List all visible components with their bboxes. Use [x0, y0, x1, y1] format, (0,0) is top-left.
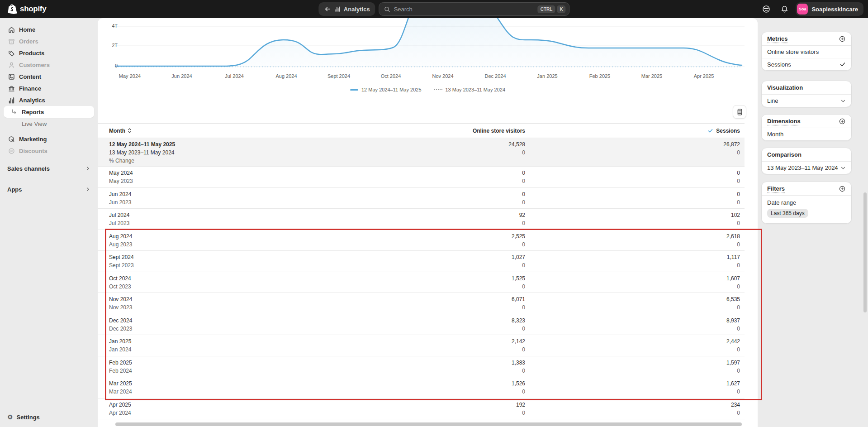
dimension-item-month[interactable]: Month	[762, 128, 851, 140]
y-axis-tick: 0	[104, 63, 118, 68]
dotted-line-swatch	[434, 89, 442, 90]
x-axis-tick: Apr 2025	[681, 73, 726, 79]
shopify-logo[interactable]: shopify	[7, 0, 46, 18]
sidebar-item-settings[interactable]: ⚙ Settings	[4, 411, 94, 423]
sidekick-assistant-button[interactable]	[759, 2, 773, 16]
store-name: Soapiesskincare	[811, 6, 858, 13]
store-profile-menu[interactable]: Soa Soapiesskincare	[796, 2, 863, 16]
x-axis-tick: Nov 2024	[420, 73, 465, 79]
table-row: Oct 2024Oct 2023 1,5250 1,6070	[98, 272, 745, 293]
table-row: Aug 2024Aug 2023 2,5250 2,6180	[98, 230, 745, 251]
visualization-select[interactable]: Line	[762, 95, 851, 107]
top-bar: shopify Analytics CTRL K So	[0, 0, 868, 18]
table-row: Jun 2024Jun 2023 00 00	[98, 188, 745, 209]
finance-icon	[7, 84, 15, 92]
nested-arrow-icon	[10, 108, 18, 116]
shopify-wordmark: shopify	[20, 5, 46, 14]
x-axis-tick: Jul 2024	[212, 73, 257, 79]
chevron-down-icon	[840, 98, 846, 104]
visualization-title: Visualization	[767, 84, 803, 91]
notifications-bell-button[interactable]	[778, 2, 791, 16]
check-icon	[707, 128, 713, 134]
filters-title: Filters	[767, 185, 785, 192]
horizontal-scrollbar[interactable]	[115, 422, 742, 426]
x-axis-tick: Aug 2024	[264, 73, 309, 79]
legend-current-period: 12 May 2024–11 May 2025	[350, 87, 422, 92]
metric-item-online-store-visitors[interactable]: Online store visitors	[762, 46, 851, 58]
table-row: Sept 2024Sept 2023 1,0270 1,1170	[98, 251, 745, 272]
customers-icon	[7, 61, 15, 69]
check-icon	[840, 61, 846, 67]
table-header-row: Month Online store visitors Sessions	[98, 123, 745, 138]
table-row: Nov 2024Nov 2023 6,0710 6,5350	[98, 293, 745, 314]
report-content: 4T 2T 0 May 2024 Jun 2024 Jul 2024 Aug 2…	[98, 18, 758, 427]
table-row: Jul 2024Jul 2023 920 1020	[98, 209, 745, 230]
dimensions-title: Dimensions	[767, 118, 801, 125]
sidebar-item-discounts[interactable]: Discounts	[4, 145, 94, 157]
report-settings-panel: Metrics Online store visitors Sessions V…	[758, 18, 868, 427]
table-row: Apr 2025Apr 2024 1920 2340	[98, 398, 745, 420]
analytics-pill-label: Analytics	[344, 6, 370, 13]
sidebar-item-marketing[interactable]: Marketing	[4, 133, 94, 145]
x-axis-tick: Jun 2024	[159, 73, 204, 79]
sidebar-section-sales-channels[interactable]: Sales channels	[0, 162, 98, 175]
sidebar-item-orders[interactable]: Orders	[4, 35, 94, 47]
shortcut-k-key: K	[557, 5, 565, 13]
sidebar-item-products[interactable]: Products	[4, 47, 94, 59]
shopify-bag-icon	[7, 4, 17, 14]
chart-legend: 12 May 2024–11 May 2025 13 May 2023–11 M…	[98, 87, 758, 92]
x-axis-tick: Dec 2024	[473, 73, 518, 79]
gear-icon: ⚙	[7, 413, 13, 421]
report-data-table: Month Online store visitors Sessions 12 …	[98, 123, 745, 419]
x-axis-tick: Mar 2025	[629, 73, 674, 79]
table-row: Dec 2024Dec 2023 8,3230 8,9370	[98, 314, 745, 336]
search-input[interactable]	[394, 6, 536, 13]
sidebar-item-home[interactable]: Home	[4, 24, 94, 35]
metric-item-sessions[interactable]: Sessions	[762, 58, 851, 70]
add-filter-button[interactable]	[839, 185, 846, 192]
sidebar-section-apps[interactable]: Apps	[0, 183, 98, 196]
sessions-line-chart: 4T 2T 0 May 2024 Jun 2024 Jul 2024 Aug 2…	[98, 18, 758, 96]
filter-date-range-label: Date range	[767, 199, 846, 206]
comparison-select[interactable]: 13 May 2023–11 May 2024	[762, 162, 851, 174]
sidebar-item-live-view[interactable]: Live View	[4, 118, 94, 130]
x-axis-tick: Oct 2024	[368, 73, 413, 79]
column-header-sessions[interactable]: Sessions	[525, 128, 745, 134]
sidebar-item-finance[interactable]: Finance	[4, 82, 94, 94]
chart-canvas	[98, 18, 758, 96]
metrics-title: Metrics	[767, 35, 788, 42]
shortcut-ctrl-key: CTRL	[538, 5, 555, 13]
sort-icon	[128, 128, 132, 134]
home-icon	[7, 25, 15, 34]
chevron-down-icon	[840, 165, 846, 171]
chevron-right-icon	[85, 187, 90, 192]
visualization-card: Visualization Line	[761, 81, 852, 107]
table-view-button[interactable]	[733, 105, 746, 119]
column-header-month[interactable]: Month	[98, 128, 320, 134]
analytics-bars-icon	[334, 6, 341, 12]
sidebar-item-content[interactable]: Content	[4, 71, 94, 82]
sidebar-item-customers[interactable]: Customers	[4, 59, 94, 71]
add-metric-button[interactable]	[839, 35, 846, 43]
search-icon	[384, 6, 391, 13]
content-icon	[7, 72, 15, 81]
sidebar-item-analytics[interactable]: Analytics	[4, 94, 94, 106]
filter-date-range-value[interactable]: Last 365 days	[767, 209, 808, 218]
y-axis-tick: 4T	[104, 23, 118, 29]
comparison-card: Comparison 13 May 2023–11 May 2024	[761, 148, 852, 174]
vertical-scrollbar[interactable]	[863, 192, 867, 312]
analytics-icon	[7, 96, 15, 104]
x-axis-tick: Sept 2024	[316, 73, 361, 79]
global-search[interactable]: CTRL K	[379, 2, 570, 16]
analytics-nav-pill[interactable]: Analytics	[318, 2, 375, 16]
x-axis-tick: May 2024	[107, 73, 152, 79]
back-arrow-icon[interactable]	[324, 5, 331, 13]
table-row: Jan 2025Jan 2024 2,1420 2,4420	[98, 335, 745, 356]
y-axis-tick: 2T	[104, 43, 118, 48]
discounts-icon	[7, 147, 15, 155]
legend-comparison-period: 13 May 2023–11 May 2024	[434, 87, 506, 92]
sidebar-item-reports[interactable]: Reports	[4, 106, 94, 118]
dimensions-card: Dimensions Month	[761, 114, 852, 141]
add-dimension-button[interactable]	[839, 118, 846, 125]
column-header-visitors[interactable]: Online store visitors	[320, 128, 525, 134]
